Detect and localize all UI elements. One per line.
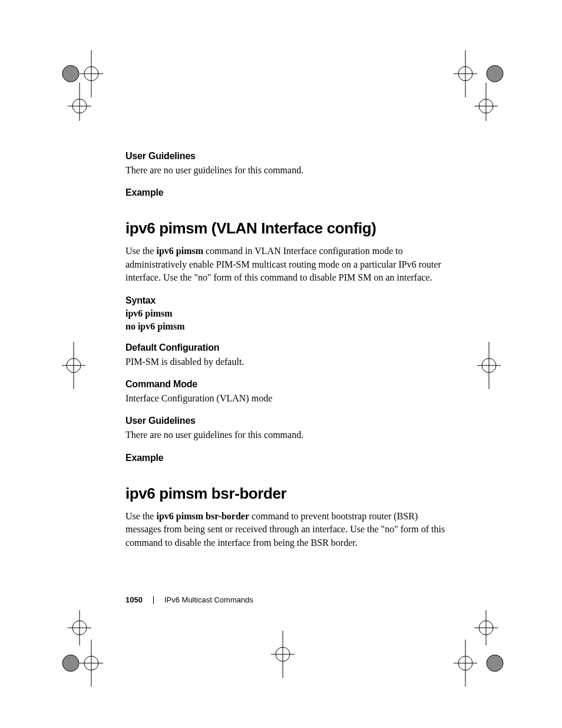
svg-point-2 — [84, 67, 98, 81]
example-heading: Example — [125, 453, 455, 463]
registration-mark-icon — [454, 50, 501, 97]
svg-point-36 — [458, 656, 472, 670]
user-guidelines-text: There are no user guidelines for this co… — [125, 164, 455, 177]
default-config-text: PIM-SM is disabled by default. — [125, 355, 455, 368]
page-body: User Guidelines There are no user guidel… — [125, 151, 455, 560]
registration-mark-icon — [59, 50, 106, 97]
svg-point-33 — [479, 621, 493, 635]
intro-command-name: ipv6 pimsm — [156, 246, 203, 256]
registration-mark-icon — [59, 610, 106, 657]
command-intro-pimsm-vlan: Use the ipv6 pimsm command in VLAN Inter… — [125, 245, 455, 284]
footer-section-title: IPv6 Multicast Commands — [164, 595, 253, 604]
svg-point-13 — [479, 99, 493, 113]
svg-point-0 — [62, 65, 79, 82]
intro-command-name: ipv6 pimsm bsr-border — [156, 511, 249, 521]
svg-point-19 — [482, 358, 496, 373]
syntax-heading: Syntax — [125, 295, 455, 306]
svg-point-12 — [487, 65, 503, 82]
svg-point-30 — [84, 656, 98, 670]
svg-point-28 — [62, 655, 79, 671]
command-title-bsr-border: ipv6 pimsm bsr-border — [125, 485, 455, 503]
user-guidelines-text: There are no user guidelines for this co… — [125, 429, 455, 442]
registration-mark-icon — [471, 342, 518, 389]
svg-point-39 — [487, 655, 503, 671]
page-footer: 1050 IPv6 Multicast Commands — [125, 595, 253, 604]
svg-point-22 — [276, 647, 290, 661]
svg-point-11 — [487, 65, 503, 82]
registration-mark-icon — [454, 610, 501, 657]
svg-point-29 — [62, 655, 79, 671]
svg-point-25 — [72, 621, 87, 635]
command-mode-heading: Command Mode — [125, 379, 455, 390]
page-number: 1050 — [125, 595, 143, 604]
svg-point-1 — [62, 65, 79, 82]
svg-point-5 — [72, 99, 87, 113]
intro-text: Use the — [125, 246, 156, 256]
svg-point-8 — [458, 67, 472, 81]
registration-mark-icon — [259, 631, 306, 678]
user-guidelines-heading: User Guidelines — [125, 151, 455, 162]
registration-mark-icon — [56, 342, 103, 389]
example-heading: Example — [125, 187, 455, 198]
user-guidelines-heading: User Guidelines — [125, 416, 455, 426]
svg-point-16 — [67, 358, 81, 373]
svg-point-40 — [487, 655, 503, 671]
syntax-line: no ipv6 pimsm — [125, 321, 455, 332]
footer-divider — [153, 596, 154, 604]
command-title-pimsm-vlan: ipv6 pimsm (VLAN Interface config) — [125, 219, 455, 238]
intro-text: Use the — [125, 511, 156, 521]
command-mode-text: Interface Configuration (VLAN) mode — [125, 392, 455, 405]
default-config-heading: Default Configuration — [125, 342, 455, 353]
syntax-line: ipv6 pimsm — [125, 308, 455, 319]
command-intro-bsr-border: Use the ipv6 pimsm bsr-border command to… — [125, 510, 455, 549]
